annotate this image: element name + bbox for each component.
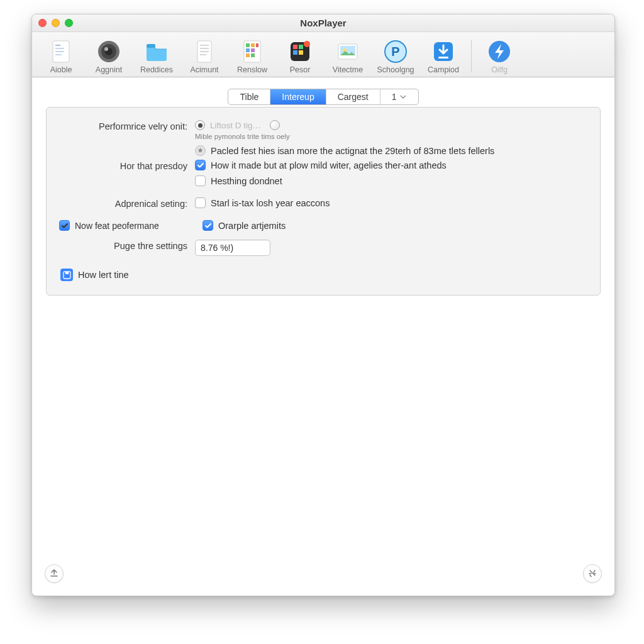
link-how-lert[interactable]: How lert tine [60, 269, 589, 281]
tab-cargest[interactable]: Cargest [326, 89, 380, 104]
lens-icon [96, 39, 121, 64]
toolbar-label: Aggnint [96, 65, 122, 74]
grid-icon [240, 39, 265, 64]
checkbox-label: Hesthing dondnet [211, 176, 282, 186]
toolbar-label: Aioble [50, 65, 72, 74]
help-button[interactable] [45, 564, 64, 583]
radio-pacled[interactable]: Pacled fest hies isan more the actignat … [195, 145, 589, 156]
toolbar-item-pesor[interactable]: Pesor [277, 38, 323, 74]
checkbox-label: Starl is-tax losh year eaccons [211, 198, 330, 208]
settings-button[interactable] [583, 564, 602, 583]
checkbox-icon [195, 160, 206, 170]
toolbar-label: Pesor [290, 65, 311, 74]
label-performance: Performrice velry onit: [58, 120, 195, 131]
info-icon [195, 145, 206, 156]
app-icon [287, 39, 313, 64]
tab-bar: Tible Intereup Cargest 1 [228, 89, 418, 105]
checkbox-icon [195, 197, 206, 208]
svg-rect-14 [200, 54, 206, 55]
svg-rect-21 [246, 53, 250, 57]
radio-icon [195, 120, 205, 130]
toolbar-label: Campiod [428, 65, 459, 74]
toolbar-item-aioble[interactable]: Aioble [38, 38, 84, 74]
svg-rect-19 [246, 48, 250, 52]
checkbox-now-feat[interactable] [59, 220, 70, 231]
toolbar-label: Schoolgng [377, 65, 414, 74]
checkbox-hesthing[interactable]: Hesthing dondnet [195, 175, 589, 186]
input-value: 8.76 %!) [201, 243, 233, 253]
svg-rect-18 [256, 43, 258, 47]
toolbar-item-acimunt[interactable]: Acimunt [182, 38, 227, 74]
svg-rect-11 [200, 45, 209, 46]
gear-icon [587, 569, 597, 579]
svg-rect-24 [293, 45, 297, 49]
tab-label: Intereup [282, 92, 314, 102]
toolbar-label: Renslow [237, 65, 267, 74]
svg-rect-2 [55, 48, 64, 49]
tab-number[interactable]: 1 [380, 89, 418, 104]
checkbox-icon [203, 220, 213, 231]
svg-rect-12 [200, 48, 209, 49]
checkbox-starl[interactable]: Starl is-tax losh year eaccons [195, 197, 589, 208]
svg-rect-3 [55, 51, 64, 52]
radio-label: Liftost D tig… [210, 121, 261, 130]
label-adprenical: Adprenical seting: [58, 197, 195, 209]
toolbar-item-vitectme[interactable]: Vitectme [325, 38, 370, 74]
window-controls [38, 19, 73, 27]
label-puge: Puge thre settings [58, 240, 195, 251]
tab-label: Tible [240, 92, 258, 102]
dropdown-icon [399, 93, 407, 101]
svg-rect-16 [246, 43, 250, 47]
svg-rect-13 [200, 51, 209, 52]
toolbar-item-campiod[interactable]: Campiod [421, 38, 466, 74]
tab-intereup[interactable]: Intereup [270, 89, 326, 104]
svg-text:P: P [391, 45, 399, 58]
save-icon [60, 269, 73, 281]
checkbox-orarple[interactable]: Orarple artjemits [203, 220, 589, 231]
close-button[interactable] [38, 19, 47, 27]
link-label: How lert tine [78, 270, 129, 280]
photo-icon [335, 39, 360, 64]
folder-icon [144, 39, 169, 64]
input-puge-value[interactable]: 8.76 %!) [195, 240, 270, 256]
parking-icon: P [383, 39, 408, 64]
checkbox-how-it-made[interactable]: How it made but at plow mild witer, agel… [195, 160, 589, 170]
label-hor-presdoy: Hor that presdoy [58, 160, 195, 171]
toolbar-label: Reddices [140, 65, 173, 74]
checkbox-label: Now feat peofermane [75, 221, 159, 231]
tab-label: Cargest [338, 92, 369, 102]
toolbar: Aioble Aggnint Reddices Acimunt Renslow [32, 32, 614, 77]
svg-rect-1 [55, 45, 60, 46]
svg-rect-25 [299, 45, 303, 49]
toolbar-item-renslow[interactable]: Renslow [230, 38, 275, 74]
zoom-button[interactable] [65, 19, 73, 27]
checkbox-icon [195, 175, 206, 186]
toolbar-item-schoolgng[interactable]: P Schoolgng [373, 38, 418, 74]
radio-label: Pacled fest hies isan more the actignat … [211, 146, 494, 156]
subnote: Mible pymonols trite tims oely [195, 133, 589, 140]
tab-tible[interactable]: Tible [228, 89, 270, 104]
svg-point-28 [304, 41, 310, 47]
svg-rect-9 [147, 44, 155, 48]
checkbox-label: How it made but at plow mild witer, agel… [211, 160, 447, 170]
help-icon [49, 569, 59, 579]
content-area: Tible Intereup Cargest 1 Performrice vel… [32, 77, 614, 596]
download-icon [431, 39, 456, 64]
page-icon [192, 39, 217, 64]
toolbar-item-oilfg[interactable]: Oilfg [477, 38, 522, 74]
svg-rect-39 [65, 272, 69, 274]
svg-point-8 [104, 47, 108, 51]
radio-liftost[interactable]: Liftost D tig… [195, 120, 589, 130]
svg-rect-17 [251, 43, 255, 47]
toolbar-item-reddices[interactable]: Reddices [134, 38, 179, 74]
tab-label: 1 [392, 92, 397, 102]
minimize-button[interactable] [52, 19, 60, 27]
toolbar-label: Acimunt [190, 65, 218, 74]
toolbar-separator [471, 40, 472, 72]
toolbar-label: Vitectme [333, 65, 363, 74]
settings-panel: Performrice velry onit: Liftost D tig… M… [46, 107, 601, 296]
toolbar-label: Oilfg [491, 65, 508, 74]
preferences-window: NoxPlayer Aioble Aggnint Reddices Acim [31, 14, 615, 596]
svg-rect-4 [55, 54, 62, 55]
toolbar-item-aggnint[interactable]: Aggnint [86, 38, 131, 74]
